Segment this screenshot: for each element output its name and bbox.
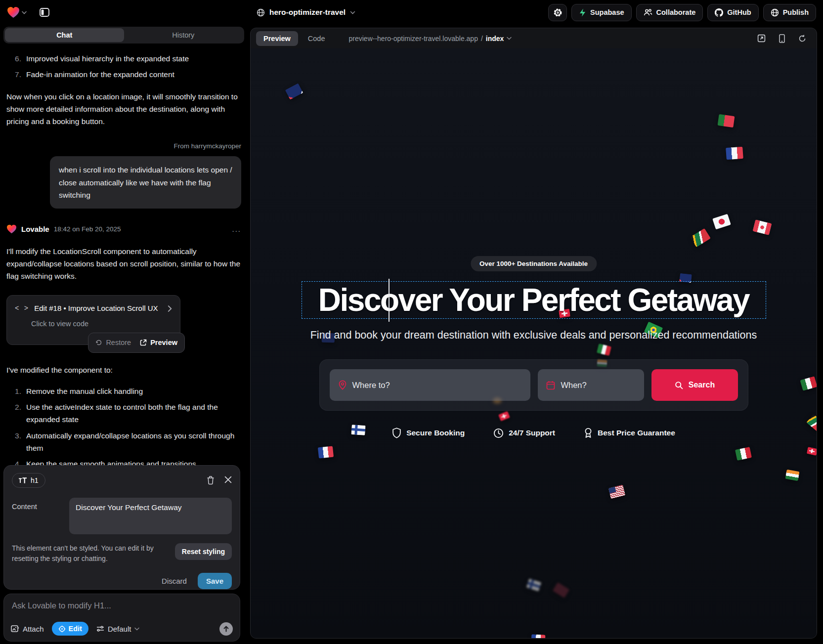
refresh-icon[interactable]: [798, 35, 806, 43]
external-link-icon: [140, 339, 147, 346]
sidebar-toggle-button[interactable]: [36, 3, 53, 21]
tab-code[interactable]: Code: [308, 35, 325, 43]
when-input[interactable]: When?: [538, 369, 644, 401]
chevron-down-icon: [22, 11, 27, 14]
mode-selector[interactable]: Default: [96, 625, 140, 633]
supabase-icon: [579, 8, 586, 17]
tab-preview[interactable]: Preview: [256, 31, 298, 46]
when-placeholder: When?: [561, 381, 586, 390]
composer-toolbar: Attach Edit Default: [11, 622, 233, 636]
settings-button[interactable]: [548, 4, 567, 21]
send-button[interactable]: [219, 622, 233, 636]
edit-card-subtitle: Click to view code: [31, 318, 172, 330]
restore-icon: [95, 339, 102, 346]
h1-selection-outline[interactable]: Discover Your Perfect Getaway: [302, 281, 766, 319]
award-icon: [584, 428, 593, 438]
discard-button[interactable]: Discard: [162, 577, 187, 585]
feature-label: Best Price Guarantee: [598, 429, 675, 437]
content-input[interactable]: Discover Your Perfect Getaway: [69, 498, 232, 534]
shield-icon: [392, 428, 401, 438]
url-separator: /: [481, 35, 483, 43]
mx-flag: [597, 343, 611, 356]
features-row: Secure Booking 24/7 Support Best Price G…: [251, 428, 817, 438]
assistant-paragraph: I've modified the component to:: [6, 364, 241, 376]
search-icon: [675, 381, 683, 389]
restore-button[interactable]: Restore: [95, 337, 131, 348]
feature-label: Secure Booking: [406, 429, 465, 437]
supabase-button[interactable]: Supabase: [571, 4, 632, 21]
chevron-down-icon: [134, 627, 139, 631]
preview-header-actions: [757, 34, 811, 43]
url-base: preview--hero-optimizer-travel.lovable.a…: [349, 35, 478, 43]
text-caret: [389, 279, 390, 322]
topbar: hero-optimizer-travel Supabase Collabora…: [0, 0, 823, 25]
chevron-right-icon: [168, 305, 172, 312]
collaborate-button[interactable]: Collaborate: [636, 4, 703, 21]
publish-button[interactable]: Publish: [763, 4, 816, 21]
tab-history[interactable]: History: [124, 28, 243, 42]
ca-flag: [752, 219, 772, 235]
in-flag: [785, 470, 800, 481]
message-author-label: From harrymckayroper: [6, 141, 241, 152]
mx-flag: [800, 376, 817, 390]
fr-flag: [531, 634, 546, 638]
close-icon[interactable]: [224, 476, 232, 485]
mx-flag: [735, 447, 752, 461]
lovable-logo-menu[interactable]: [7, 6, 27, 18]
github-button[interactable]: GitHub: [707, 4, 758, 21]
list-item: 2.Use the activeIndex state to control b…: [11, 401, 241, 426]
content-label: Content: [12, 498, 62, 534]
where-input[interactable]: Where to?: [330, 369, 531, 401]
attach-button[interactable]: Attach: [11, 625, 44, 633]
chevron-down-icon: [350, 11, 355, 14]
edit-mode-toggle[interactable]: Edit: [52, 622, 88, 636]
search-button[interactable]: Search: [651, 369, 737, 401]
assistant-list-bottom: 1.Remove the manual click handling 2.Use…: [11, 385, 241, 466]
message-menu-button[interactable]: ...: [232, 223, 241, 235]
chevron-down-icon: [507, 37, 512, 40]
globe-icon: [771, 8, 779, 17]
search-label: Search: [689, 381, 715, 389]
tab-chat[interactable]: Chat: [5, 28, 124, 42]
sliders-icon: [96, 625, 104, 632]
open-in-new-window-icon[interactable]: [757, 34, 766, 43]
github-icon: [715, 8, 723, 17]
composer-placeholder[interactable]: Ask Lovable to modify H1...: [12, 601, 232, 610]
editor-actions: Discard Save: [12, 573, 232, 589]
publish-label: Publish: [783, 8, 809, 16]
element-tag-badge: h1: [12, 473, 45, 488]
element-tag-label: h1: [31, 476, 39, 484]
chat-transcript[interactable]: 6.Improved visual hierarchy in the expan…: [0, 45, 248, 466]
target-icon: [58, 625, 66, 633]
editor-header-icons: [207, 476, 232, 485]
where-placeholder: Where to?: [352, 381, 390, 390]
chat-sidebar: Chat History 6.Improved visual hierarchy…: [0, 25, 248, 644]
search-card: Where to? When? Search: [319, 359, 748, 411]
globe-icon: [257, 8, 265, 17]
gear-icon: [553, 8, 563, 17]
mobile-view-icon[interactable]: [779, 34, 785, 43]
restore-preview-pill: Restore Preview: [88, 333, 185, 353]
save-button[interactable]: Save: [198, 573, 232, 589]
preview-header: Preview Code preview--hero-optimizer-tra…: [251, 28, 817, 48]
edit-version-card[interactable]: < > Edit #18 • Improve Location Scroll U…: [6, 295, 180, 345]
people-icon: [644, 8, 652, 16]
list-item: 3.Automatically expand/collapse location…: [11, 429, 241, 454]
project-name: hero-optimizer-travel: [269, 8, 346, 17]
au-flag: [285, 84, 303, 100]
image-icon: [11, 625, 19, 633]
preview-button[interactable]: Preview: [140, 337, 177, 348]
pt-flag: [717, 114, 735, 128]
flags-layer: [251, 48, 817, 638]
hero-title[interactable]: Discover Your Perfect Getaway: [318, 282, 749, 318]
trash-icon[interactable]: [207, 476, 215, 485]
reset-styling-button[interactable]: Reset styling: [175, 543, 232, 560]
clock-icon: [493, 428, 504, 438]
lovable-heart-icon: [7, 6, 20, 18]
sidebar-tabs: Chat History: [3, 27, 244, 43]
project-switcher[interactable]: hero-optimizer-travel: [257, 0, 355, 25]
composer[interactable]: Ask Lovable to modify H1... Attach Edit …: [3, 594, 240, 642]
preview-url[interactable]: preview--hero-optimizer-travel.lovable.a…: [349, 35, 512, 43]
assistant-message-header: Lovable 18:42 on Feb 20, 2025 ...: [6, 223, 241, 235]
user-message-bubble: when i scroll into the individual locati…: [50, 156, 241, 208]
